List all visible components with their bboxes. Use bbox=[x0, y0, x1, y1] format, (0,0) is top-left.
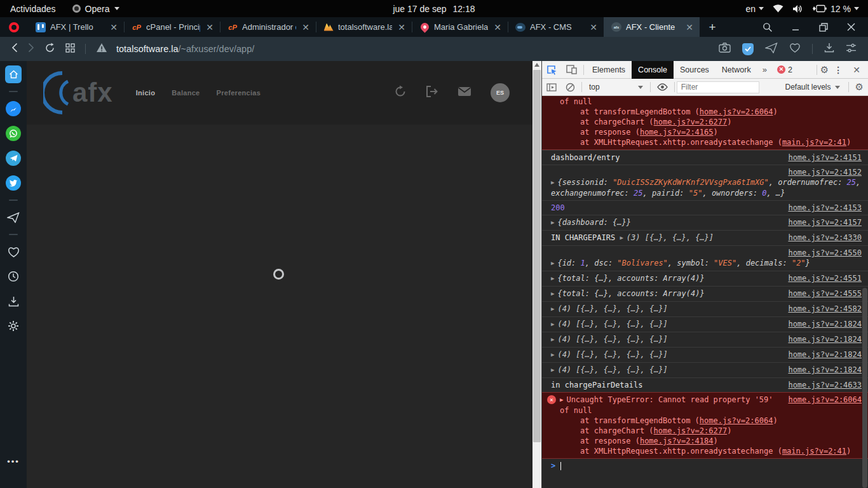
sidebar-download-icon[interactable] bbox=[5, 293, 22, 309]
source-location-link[interactable]: home.js?v=2:4151 bbox=[788, 152, 862, 163]
devtools-tab-network[interactable]: Network bbox=[715, 61, 757, 79]
tab-close-icon[interactable]: ✕ bbox=[301, 22, 311, 32]
sidebar-whatsapp-icon[interactable] bbox=[5, 125, 22, 142]
source-location-link[interactable]: home.js?v=2:4330 bbox=[788, 233, 862, 243]
tab-close-icon[interactable]: ✕ bbox=[492, 22, 503, 32]
bookmark-heart-icon[interactable] bbox=[789, 43, 801, 55]
devtools-close-button[interactable]: ✕ bbox=[848, 65, 865, 75]
expand-triangle-icon[interactable]: ▶ bbox=[551, 365, 554, 375]
site-security-warning-icon[interactable] bbox=[96, 43, 107, 55]
source-location-link[interactable]: home.js?v=2:4550 bbox=[788, 248, 862, 257]
sidebar-telegram-icon[interactable] bbox=[5, 150, 22, 166]
devtools-tab-console[interactable]: Console bbox=[632, 61, 674, 79]
devtools-menu-icon[interactable]: ⋮ bbox=[830, 65, 846, 75]
browser-tab-5[interactable]: Maria Gabriela H✕ bbox=[412, 17, 508, 37]
expand-triangle-icon[interactable]: ▶ bbox=[551, 288, 554, 299]
expand-triangle-icon[interactable]: ▶ bbox=[620, 233, 623, 243]
source-location-link[interactable]: home.js?v=2:6064 bbox=[788, 395, 862, 416]
execution-context-selector[interactable]: top bbox=[584, 83, 648, 92]
expand-triangle-icon[interactable]: ▶ bbox=[551, 319, 554, 329]
tab-close-icon[interactable]: ✕ bbox=[109, 22, 119, 32]
nav-item-preferencias[interactable]: Preferencias bbox=[217, 89, 261, 97]
browser-tab-2[interactable]: cPcPanel - Principa✕ bbox=[124, 17, 220, 37]
tab-close-icon[interactable]: ✕ bbox=[205, 22, 215, 32]
page-scrollbar[interactable] bbox=[532, 61, 541, 488]
tab-close-icon[interactable]: ✕ bbox=[397, 22, 407, 32]
mail-icon[interactable] bbox=[458, 86, 471, 99]
source-location-link[interactable]: home.js?v=2:4153 bbox=[788, 203, 862, 213]
source-location-link[interactable]: home.js?v=2:4152 bbox=[788, 168, 862, 177]
source-location-link[interactable]: main.js?v=2:41 bbox=[782, 447, 846, 456]
expand-triangle-icon[interactable]: ▶ bbox=[560, 395, 563, 405]
devtools-settings-gear-icon[interactable]: ⚙ bbox=[820, 64, 829, 76]
source-location-link[interactable]: home.js?v=2:6277 bbox=[654, 426, 728, 435]
expand-triangle-icon[interactable]: ▶ bbox=[551, 273, 554, 283]
nav-item-inicio[interactable]: Inicio bbox=[136, 89, 156, 97]
tab-close-icon[interactable]: ✕ bbox=[684, 22, 695, 32]
sidebar-more-button[interactable]: ••• bbox=[0, 457, 27, 466]
sidebar-flow-icon[interactable] bbox=[5, 209, 22, 226]
scroll-up-arrow-icon[interactable] bbox=[534, 63, 539, 67]
source-location-link[interactable]: home.js?v=2:4555 bbox=[788, 288, 862, 299]
source-location-link[interactable]: home.js?v=2:1824 bbox=[788, 319, 862, 329]
expand-triangle-icon[interactable]: ▶ bbox=[551, 304, 554, 314]
clock[interactable]: jue 17 de sep 12:18 bbox=[393, 4, 475, 14]
new-tab-button[interactable]: + bbox=[700, 17, 725, 37]
devtools-scrollbar-thumb[interactable] bbox=[862, 288, 867, 488]
my-flow-icon[interactable] bbox=[765, 43, 778, 56]
source-location-link[interactable]: home.js?v=2:6064 bbox=[788, 96, 862, 107]
source-location-link[interactable]: home.js?v=2:4551 bbox=[788, 273, 862, 283]
device-toolbar-icon[interactable] bbox=[562, 65, 581, 74]
tab-search-icon[interactable] bbox=[763, 22, 773, 32]
browser-tab-3[interactable]: cPAdministrador d✕ bbox=[220, 17, 316, 37]
expand-triangle-icon[interactable]: ▶ bbox=[551, 258, 554, 268]
browser-tab-7[interactable]: afxAFX - Cliente✕ bbox=[604, 17, 700, 37]
tab-close-icon[interactable]: ✕ bbox=[588, 22, 599, 32]
expand-triangle-icon[interactable]: ▶ bbox=[551, 334, 554, 344]
browser-tab-4[interactable]: totalsoftware.la✕ bbox=[316, 17, 412, 37]
console-error-badge[interactable]: ✕ 2 bbox=[772, 65, 797, 74]
reload-button[interactable] bbox=[44, 43, 55, 56]
sidebar-heart-icon[interactable] bbox=[5, 243, 22, 260]
source-location-link[interactable]: home.js?v=2:6064 bbox=[700, 416, 773, 425]
source-location-link[interactable]: home.js?v=2:4582 bbox=[788, 304, 862, 314]
browser-tab-6[interactable]: AFX - CMS✕ bbox=[508, 17, 604, 37]
afx-logo[interactable]: afx bbox=[43, 69, 113, 116]
console-prompt[interactable]: > bbox=[542, 459, 868, 473]
sidebar-history-icon[interactable] bbox=[5, 268, 22, 285]
browser-tab-1[interactable]: AFX | Trello✕ bbox=[28, 17, 124, 37]
url-field[interactable]: totalsoftware.la/~afxuser/dev/app/ bbox=[116, 44, 254, 54]
scrollbar-thumb[interactable] bbox=[533, 70, 541, 442]
source-location-link[interactable]: home.js?v=2:1824 bbox=[788, 365, 862, 375]
download-icon[interactable] bbox=[824, 43, 834, 55]
minimize-button[interactable] bbox=[792, 23, 800, 31]
wifi-icon[interactable] bbox=[773, 4, 783, 13]
volume-icon[interactable] bbox=[792, 4, 803, 13]
sidebar-messenger-icon[interactable] bbox=[5, 100, 22, 117]
ad-blocker-shield-icon[interactable] bbox=[742, 43, 754, 55]
expand-triangle-icon[interactable]: ▶ bbox=[551, 349, 554, 360]
keyboard-layout-indicator[interactable]: en bbox=[746, 4, 764, 14]
source-location-link[interactable]: home.js?v=2:1824 bbox=[788, 334, 862, 344]
speed-dial-icon[interactable] bbox=[65, 43, 75, 55]
log-levels-dropdown[interactable]: Default levels bbox=[779, 83, 846, 92]
source-location-link[interactable]: home.js?v=2:4184 bbox=[640, 437, 714, 445]
source-location-link[interactable]: main.js?v=2:41 bbox=[782, 138, 846, 147]
refresh-icon[interactable] bbox=[394, 85, 407, 100]
logout-icon[interactable] bbox=[426, 86, 438, 100]
source-location-link[interactable]: home.js?v=2:6064 bbox=[700, 107, 773, 116]
easy-setup-sliders-icon[interactable] bbox=[846, 43, 857, 55]
live-expression-eye-icon[interactable] bbox=[653, 83, 672, 91]
source-location-link[interactable]: home.js?v=2:4157 bbox=[788, 217, 862, 227]
close-window-button[interactable] bbox=[847, 23, 855, 31]
clear-console-icon[interactable] bbox=[561, 83, 580, 92]
nav-item-balance[interactable]: Balance bbox=[172, 89, 200, 97]
sidebar-settings-icon[interactable] bbox=[5, 318, 22, 334]
console-settings-gear-icon[interactable]: ⚙ bbox=[851, 81, 868, 93]
app-menu[interactable]: Opera bbox=[72, 4, 119, 14]
language-avatar[interactable]: ES bbox=[491, 83, 510, 102]
source-location-link[interactable]: home.js?v=2:4633 bbox=[788, 380, 862, 390]
inspect-element-icon[interactable] bbox=[542, 65, 562, 75]
console-sidebar-toggle-icon[interactable] bbox=[542, 83, 561, 92]
expand-triangle-icon[interactable]: ▶ bbox=[551, 177, 554, 187]
